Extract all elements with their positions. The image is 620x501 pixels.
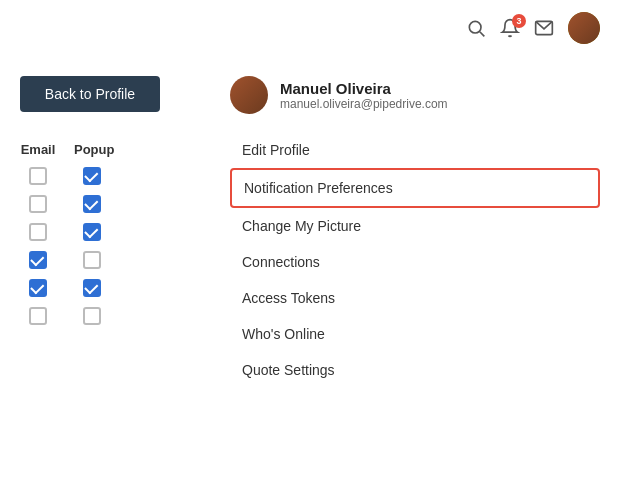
profile-header: Manuel Oliveira manuel.oliveira@pipedriv…: [230, 76, 600, 114]
popup-checkbox-cell: [74, 279, 110, 297]
profile-avatar: [230, 76, 268, 114]
profile-menu: Edit ProfileNotification PreferencesChan…: [230, 132, 600, 388]
notification-count: 3: [512, 14, 526, 28]
popup-checkbox[interactable]: [83, 223, 101, 241]
main-layout: Back to Profile Email Popup Manuel Olive…: [0, 56, 620, 388]
svg-point-0: [469, 21, 481, 33]
table-row: [20, 195, 190, 213]
user-avatar: [568, 12, 600, 44]
email-checkbox[interactable]: [29, 195, 47, 213]
email-checkbox[interactable]: [29, 223, 47, 241]
profile-info: Manuel Oliveira manuel.oliveira@pipedriv…: [280, 80, 448, 111]
popup-checkbox[interactable]: [83, 307, 101, 325]
search-button[interactable]: [466, 18, 486, 38]
popup-checkbox-cell: [74, 167, 110, 185]
table-row: [20, 251, 190, 269]
profile-email: manuel.oliveira@pipedrive.com: [280, 97, 448, 111]
email-checkbox-cell: [20, 251, 56, 269]
email-checkbox-cell: [20, 195, 56, 213]
checkbox-rows: [20, 167, 190, 325]
menu-item-quote-settings[interactable]: Quote Settings: [230, 352, 600, 388]
popup-checkbox[interactable]: [83, 251, 101, 269]
email-checkbox-cell: [20, 307, 56, 325]
mail-button[interactable]: [534, 18, 554, 38]
email-checkbox[interactable]: [29, 279, 47, 297]
popup-checkbox-cell: [74, 223, 110, 241]
popup-checkbox[interactable]: [83, 195, 101, 213]
popup-checkbox[interactable]: [83, 167, 101, 185]
menu-item-access-tokens[interactable]: Access Tokens: [230, 280, 600, 316]
menu-item-who's-online[interactable]: Who's Online: [230, 316, 600, 352]
table-row: [20, 279, 190, 297]
profile-name: Manuel Oliveira: [280, 80, 448, 97]
notifications-button[interactable]: 3: [500, 18, 520, 38]
right-panel: Manuel Oliveira manuel.oliveira@pipedriv…: [210, 76, 620, 388]
table-row: [20, 223, 190, 241]
popup-col-header: Popup: [74, 142, 110, 157]
menu-item-notification-preferences[interactable]: Notification Preferences: [230, 168, 600, 208]
menu-item-connections[interactable]: Connections: [230, 244, 600, 280]
checkbox-column-headers: Email Popup: [20, 142, 190, 157]
menu-item-change-my-picture[interactable]: Change My Picture: [230, 208, 600, 244]
popup-checkbox-cell: [74, 195, 110, 213]
arrow-icon: [606, 173, 620, 203]
menu-item-edit-profile[interactable]: Edit Profile: [230, 132, 600, 168]
popup-checkbox-cell: [74, 307, 110, 325]
popup-checkbox-cell: [74, 251, 110, 269]
email-checkbox[interactable]: [29, 167, 47, 185]
left-panel: Back to Profile Email Popup: [0, 76, 210, 388]
popup-checkbox[interactable]: [83, 279, 101, 297]
table-row: [20, 167, 190, 185]
avatar-button[interactable]: [568, 12, 600, 44]
email-checkbox[interactable]: [29, 307, 47, 325]
email-checkbox-cell: [20, 223, 56, 241]
back-to-profile-button[interactable]: Back to Profile: [20, 76, 160, 112]
svg-line-1: [480, 32, 485, 37]
email-col-header: Email: [20, 142, 56, 157]
email-checkbox[interactable]: [29, 251, 47, 269]
table-row: [20, 307, 190, 325]
email-checkbox-cell: [20, 279, 56, 297]
email-checkbox-cell: [20, 167, 56, 185]
top-bar: 3: [0, 0, 620, 56]
